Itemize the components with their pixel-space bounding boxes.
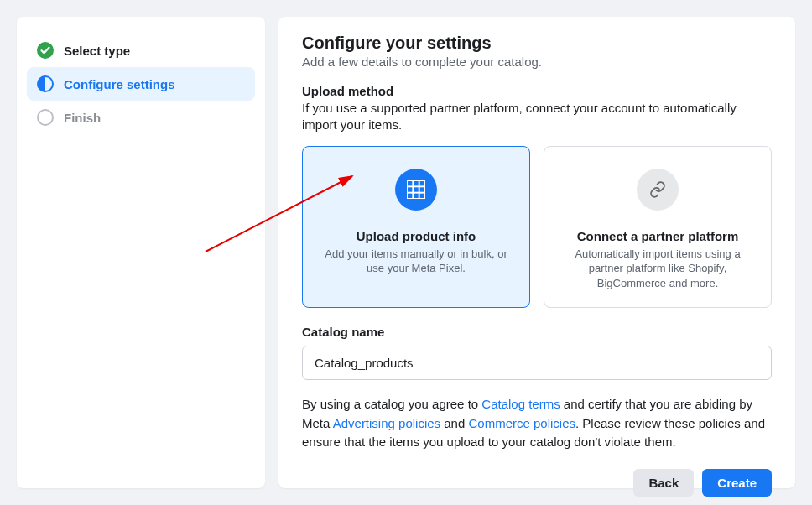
card-desc: Add your items manually or in bulk, or u… xyxy=(323,247,509,276)
step-configure-settings[interactable]: Configure settings xyxy=(27,67,255,101)
button-row: Back Create xyxy=(302,469,772,497)
card-desc: Automatically import items using a partn… xyxy=(565,247,751,291)
card-title: Connect a partner platform xyxy=(565,229,751,243)
card-title: Upload product info xyxy=(323,229,509,243)
advertising-policies-link[interactable]: Advertising policies xyxy=(333,416,440,430)
catalog-terms-link[interactable]: Catalog terms xyxy=(481,397,560,411)
check-circle-icon xyxy=(37,42,54,59)
commerce-policies-link[interactable]: Commerce policies xyxy=(468,416,575,430)
create-button[interactable]: Create xyxy=(702,469,772,497)
agreement-text: By using a catalog you agree to Catalog … xyxy=(302,395,772,452)
grid-icon xyxy=(395,169,437,211)
empty-circle-icon xyxy=(37,109,54,126)
svg-point-2 xyxy=(38,110,53,125)
step-select-type[interactable]: Select type xyxy=(27,34,255,67)
back-button[interactable]: Back xyxy=(633,469,694,497)
step-label: Configure settings xyxy=(64,77,175,91)
upload-method-label: Upload method xyxy=(302,84,772,98)
catalog-name-label: Catalog name xyxy=(302,325,772,339)
half-circle-icon xyxy=(37,75,54,92)
step-label: Select type xyxy=(64,44,130,58)
wizard-sidebar: Select type Configure settings Finish xyxy=(17,17,265,488)
svg-rect-3 xyxy=(407,180,425,199)
card-upload-product-info[interactable]: Upload product info Add your items manua… xyxy=(302,146,530,309)
card-connect-partner-platform[interactable]: Connect a partner platform Automatically… xyxy=(544,146,772,309)
page-title: Configure your settings xyxy=(302,34,772,53)
step-label: Finish xyxy=(64,111,101,125)
catalog-name-input[interactable] xyxy=(302,346,772,380)
step-finish[interactable]: Finish xyxy=(27,101,255,134)
upload-method-cards: Upload product info Add your items manua… xyxy=(302,146,772,309)
upload-method-desc: If you use a supported partner platform,… xyxy=(302,100,772,134)
page-subtitle: Add a few details to complete your catal… xyxy=(302,55,772,69)
main-panel: Configure your settings Add a few detail… xyxy=(278,17,795,488)
link-icon xyxy=(637,169,679,211)
